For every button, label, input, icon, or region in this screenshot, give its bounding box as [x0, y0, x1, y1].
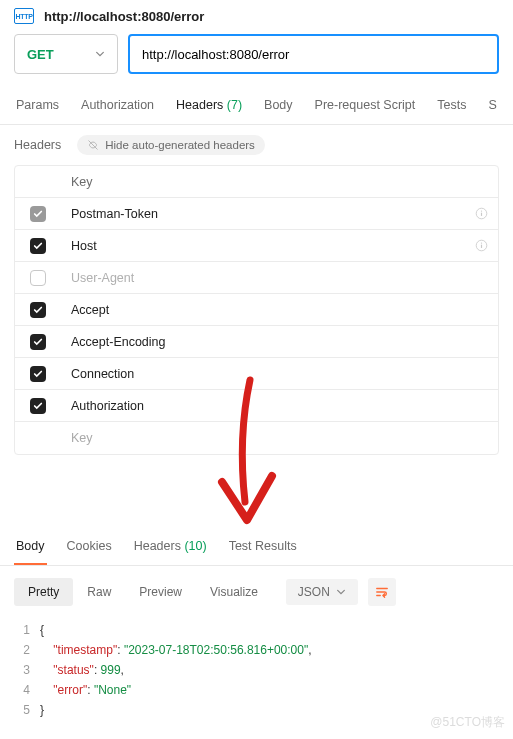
table-row[interactable]: Host — [15, 230, 498, 262]
url-input[interactable] — [128, 34, 499, 74]
rtab-body[interactable]: Body — [14, 529, 47, 565]
wrap-lines-button[interactable] — [368, 578, 396, 606]
tab-authorization[interactable]: Authorization — [79, 88, 156, 124]
checkbox[interactable] — [30, 206, 46, 222]
chevron-down-icon — [95, 49, 105, 59]
method-label: GET — [27, 47, 54, 62]
hide-autogen-button[interactable]: Hide auto-generated headers — [77, 135, 265, 155]
table-row-new[interactable]: Key — [15, 422, 498, 454]
format-selector[interactable]: JSON — [286, 579, 358, 605]
checkbox[interactable] — [30, 334, 46, 350]
header-key[interactable]: Authorization — [61, 399, 464, 413]
checkbox[interactable] — [30, 238, 46, 254]
tab-tests[interactable]: Tests — [435, 88, 468, 124]
checkbox[interactable] — [30, 398, 46, 414]
header-key-placeholder[interactable]: Key — [61, 431, 464, 445]
checkbox[interactable] — [30, 366, 46, 382]
wrap-icon — [375, 585, 389, 599]
table-row[interactable]: Accept — [15, 294, 498, 326]
svg-rect-5 — [480, 245, 481, 248]
table-row[interactable]: Accept-Encoding — [15, 326, 498, 358]
table-row[interactable]: Connection — [15, 358, 498, 390]
tab-params[interactable]: Params — [14, 88, 61, 124]
watermark: @51CTO博客 — [430, 714, 505, 731]
view-visualize[interactable]: Visualize — [196, 578, 272, 606]
tab-prerequest[interactable]: Pre-request Script — [313, 88, 418, 124]
eye-off-icon — [87, 139, 99, 151]
table-row[interactable]: Postman-Token — [15, 198, 498, 230]
chevron-down-icon — [336, 587, 346, 597]
http-method-icon: HTTP — [14, 8, 34, 24]
checkbox[interactable] — [30, 302, 46, 318]
request-tabs: Params Authorization Headers (7) Body Pr… — [0, 88, 513, 125]
checkbox[interactable] — [30, 270, 46, 286]
rtab-test-results[interactable]: Test Results — [227, 529, 299, 565]
svg-point-1 — [480, 210, 481, 211]
table-row[interactable]: Authorization — [15, 390, 498, 422]
tab-body[interactable]: Body — [262, 88, 295, 124]
header-key[interactable]: Accept — [61, 303, 464, 317]
tab-settings[interactable]: S — [486, 88, 498, 124]
view-segment: Pretty Raw Preview Visualize — [14, 578, 272, 606]
view-raw[interactable]: Raw — [73, 578, 125, 606]
request-title: http://localhost:8080/error — [44, 9, 204, 24]
header-key[interactable]: Host — [61, 239, 464, 253]
response-body[interactable]: 1{ 2 "timestamp": "2023-07-18T02:50:56.8… — [0, 618, 513, 722]
view-preview[interactable]: Preview — [125, 578, 196, 606]
tab-headers[interactable]: Headers (7) — [174, 88, 244, 124]
info-icon[interactable] — [475, 207, 488, 220]
header-key[interactable]: Connection — [61, 367, 464, 381]
table-row[interactable]: User-Agent — [15, 262, 498, 294]
rtab-cookies[interactable]: Cookies — [65, 529, 114, 565]
rtab-headers[interactable]: Headers (10) — [132, 529, 209, 565]
headers-label: Headers — [14, 138, 61, 152]
svg-point-4 — [480, 242, 481, 243]
view-pretty[interactable]: Pretty — [14, 578, 73, 606]
header-key[interactable]: User-Agent — [61, 271, 464, 285]
header-key[interactable]: Accept-Encoding — [61, 335, 464, 349]
svg-rect-2 — [480, 213, 481, 216]
response-tabs: Body Cookies Headers (10) Test Results — [0, 529, 513, 566]
method-selector[interactable]: GET — [14, 34, 118, 74]
header-key[interactable]: Postman-Token — [61, 207, 464, 221]
info-icon[interactable] — [475, 239, 488, 252]
headers-table: Key Postman-Token Host User-Agent Accept… — [14, 165, 499, 455]
table-header-row: Key — [15, 166, 498, 198]
